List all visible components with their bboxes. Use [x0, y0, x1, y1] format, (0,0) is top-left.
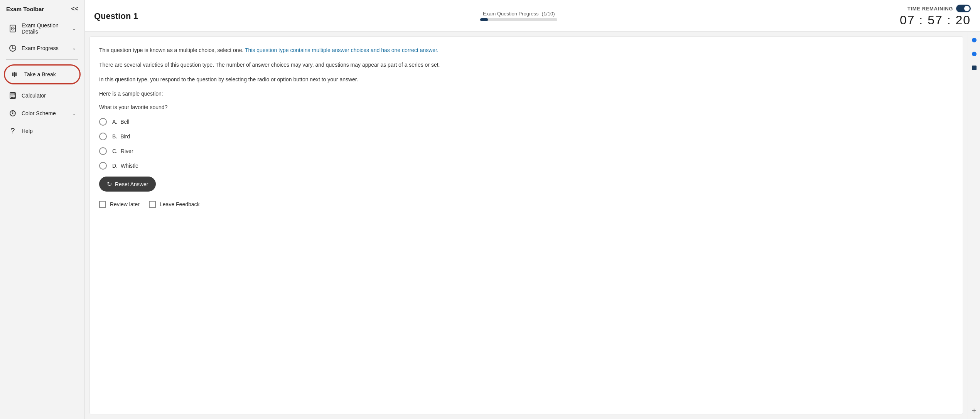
progress-bar-fill: [480, 18, 488, 21]
option-c-text: C. River: [112, 148, 133, 154]
sidebar-item-help-label: Help: [22, 128, 76, 134]
question-description-1: This question type is known as a multipl…: [99, 46, 950, 55]
timer-value: 07 : 57 : 20: [900, 13, 971, 27]
option-a-text: A. Bell: [112, 119, 129, 125]
radio-a[interactable]: [99, 118, 107, 126]
description-highlight: This question type contains multiple ans…: [245, 47, 439, 53]
sidebar-divider: [6, 59, 78, 60]
chevron-down-icon: ⌄: [72, 26, 76, 31]
sidebar-item-calculator[interactable]: Calculator: [2, 87, 82, 104]
option-d-letter: D.: [112, 163, 118, 169]
sidebar-item-calculator-label: Calculator: [22, 93, 76, 99]
option-d[interactable]: D. Whistle: [99, 162, 950, 170]
page-title: Question 1: [94, 11, 138, 21]
option-b-value: Bird: [120, 133, 130, 140]
svg-rect-10: [12, 96, 13, 96]
option-a[interactable]: A. Bell: [99, 118, 950, 126]
svg-point-20: [972, 52, 977, 56]
right-icon-2[interactable]: [970, 49, 979, 59]
leave-feedback-item[interactable]: Leave Feedback: [149, 201, 200, 208]
option-a-value: Bell: [120, 119, 129, 125]
svg-rect-4: [12, 72, 13, 76]
question-content: This question type is known as a multipl…: [89, 36, 963, 414]
progress-bar-container: [480, 18, 557, 21]
sidebar-item-color-scheme-label: Color Scheme: [22, 110, 67, 116]
right-sidebar: +: [968, 32, 980, 419]
sidebar-item-exam-question-details-label: Exam Question Details: [22, 22, 67, 35]
timer-label-row: TIME REMAINING: [907, 5, 971, 12]
sidebar-header: Exam Toolbar <<: [0, 0, 84, 16]
progress-text: Exam Question Progress: [483, 11, 539, 17]
option-a-letter: A.: [112, 119, 117, 125]
chevron-down-icon-3: ⌄: [72, 111, 76, 116]
review-later-item[interactable]: Review later: [99, 201, 140, 208]
question-description-2: There are several varieties of this ques…: [99, 61, 950, 70]
sidebar-title: Exam Toolbar: [6, 6, 44, 12]
question-description-3: In this question type, you respond to th…: [99, 75, 950, 84]
sidebar-item-color-scheme[interactable]: Color Scheme ⌄: [2, 104, 82, 122]
document-icon: [8, 24, 17, 33]
question-text: What is your favorite sound?: [99, 104, 950, 110]
radio-c[interactable]: [99, 147, 107, 155]
radio-b[interactable]: [99, 133, 107, 140]
svg-rect-8: [11, 93, 15, 95]
timer-label: TIME REMAINING: [907, 6, 953, 12]
svg-rect-14: [13, 97, 15, 98]
review-later-checkbox[interactable]: [99, 201, 106, 208]
option-c[interactable]: C. River: [99, 147, 950, 155]
svg-rect-9: [11, 96, 12, 96]
sidebar: Exam Toolbar << Exam Question Details ⌄: [0, 0, 85, 419]
reset-answer-button[interactable]: ↻ Reset Answer: [99, 177, 156, 192]
sidebar-item-exam-progress[interactable]: Exam Progress ⌄: [2, 39, 82, 57]
option-c-letter: C.: [112, 148, 118, 154]
leave-feedback-checkbox[interactable]: [149, 201, 156, 208]
progress-icon: [8, 44, 17, 52]
top-header: Question 1 Exam Question Progress (1/10)…: [85, 0, 980, 32]
footer-actions: Review later Leave Feedback: [99, 201, 950, 208]
main-area: Question 1 Exam Question Progress (1/10)…: [85, 0, 980, 419]
option-b-letter: B.: [112, 133, 117, 140]
option-b[interactable]: B. Bird: [99, 133, 950, 140]
svg-point-18: [12, 133, 13, 133]
sidebar-nav: Exam Question Details ⌄ Exam Progress ⌄: [0, 16, 84, 141]
plus-icon[interactable]: +: [970, 406, 979, 415]
progress-section: Exam Question Progress (1/10): [480, 11, 557, 21]
svg-rect-5: [14, 72, 15, 77]
break-icon: [11, 70, 20, 79]
svg-point-3: [12, 48, 13, 49]
svg-rect-21: [972, 66, 977, 70]
review-later-label: Review later: [110, 201, 140, 207]
option-d-value: Whistle: [121, 163, 138, 169]
option-c-value: River: [121, 148, 133, 154]
reset-button-label: Reset Answer: [115, 181, 148, 187]
svg-rect-13: [12, 97, 13, 98]
progress-count: (1/10): [542, 11, 555, 17]
timer-toggle[interactable]: [956, 5, 971, 12]
option-d-text: D. Whistle: [112, 163, 138, 169]
svg-rect-12: [11, 97, 12, 98]
timer-section: TIME REMAINING 07 : 57 : 20: [900, 5, 971, 27]
svg-rect-6: [15, 72, 17, 76]
sidebar-item-help[interactable]: Help: [2, 122, 82, 140]
progress-label-row: Exam Question Progress (1/10): [483, 11, 555, 17]
reset-icon: ↻: [107, 180, 112, 188]
right-icon-1[interactable]: [970, 35, 979, 45]
chevron-down-icon-2: ⌄: [72, 45, 76, 51]
right-icon-3[interactable]: [970, 63, 979, 72]
svg-point-17: [12, 113, 13, 114]
leave-feedback-label: Leave Feedback: [160, 201, 200, 207]
help-icon: [8, 127, 17, 135]
sidebar-item-exam-progress-label: Exam Progress: [22, 45, 67, 51]
svg-point-19: [972, 38, 977, 42]
option-b-text: B. Bird: [112, 133, 130, 140]
sidebar-item-exam-question-details[interactable]: Exam Question Details ⌄: [2, 18, 82, 39]
colorscheme-icon: [8, 109, 17, 118]
calculator-icon: [8, 91, 17, 100]
radio-d[interactable]: [99, 162, 107, 170]
svg-rect-11: [13, 96, 15, 96]
collapse-button[interactable]: <<: [71, 5, 78, 12]
sample-intro: Here is a sample question:: [99, 89, 950, 99]
sidebar-item-take-break-label: Take a Break: [24, 71, 73, 77]
description-plain: This question type is known as a multipl…: [99, 47, 243, 53]
sidebar-item-take-break[interactable]: Take a Break: [4, 64, 81, 84]
